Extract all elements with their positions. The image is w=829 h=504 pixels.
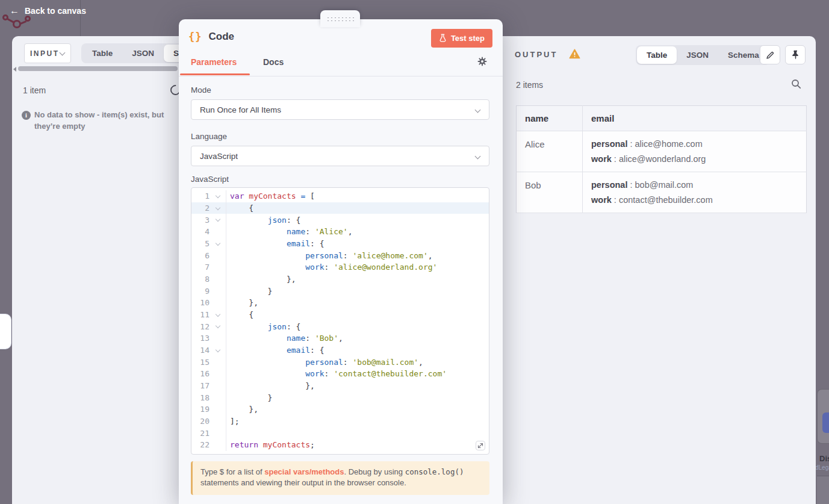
- active-tab-underline: [180, 73, 250, 75]
- email-entry: work : alice@wonderland.org: [591, 154, 798, 164]
- code-text: name: 'Bob',: [226, 334, 343, 343]
- code-text: personal: 'alice@home.com',: [226, 251, 433, 260]
- code-text: },: [226, 275, 296, 284]
- code-line: 22return myContacts;: [191, 439, 489, 451]
- output-panel: OUTPUT TableJSONSchema 2 items: [503, 36, 816, 504]
- language-field-label: Language: [191, 132, 227, 141]
- line-number: 1: [191, 191, 210, 201]
- code-line: 5 email: {: [191, 238, 489, 250]
- code-line: 12 json: {: [191, 320, 489, 332]
- language-select-value: JavaScript: [200, 152, 238, 161]
- gutter-fold-cell: [210, 344, 226, 356]
- sidebar-edge-divider: [80, 0, 81, 36]
- modal-drag-handle[interactable]: [320, 10, 360, 27]
- line-number: 8: [191, 275, 210, 284]
- tabs-divider: [179, 76, 503, 76]
- code-line: 14 email: {: [191, 344, 489, 356]
- tab-docs[interactable]: Docs: [263, 57, 284, 67]
- line-number: 18: [191, 393, 210, 402]
- code-text: email: {: [226, 239, 324, 248]
- mode-select-value: Run Once for All Items: [200, 105, 281, 114]
- tab-json[interactable]: JSON: [122, 45, 164, 62]
- resize-grip-icon[interactable]: [476, 441, 485, 450]
- test-step-label: Test step: [451, 34, 485, 43]
- gutter-fold-cell: [210, 226, 226, 238]
- search-icon[interactable]: [791, 79, 801, 92]
- input-pane-selector[interactable]: INPUT: [24, 43, 71, 63]
- line-number: 4: [191, 227, 210, 236]
- hint-suffix: statements and viewing their output in t…: [200, 478, 406, 487]
- gutter-fold-cell: [210, 214, 226, 226]
- mode-select[interactable]: Run Once for All Items: [191, 99, 489, 120]
- code-line: 7 work: 'alice@wonderland.org': [191, 261, 489, 273]
- mode-field-label: Mode: [191, 86, 211, 95]
- cell-email: personal : alice@home.comwork : alice@wo…: [583, 131, 807, 172]
- code-text: work: 'alice@wonderland.org': [226, 263, 437, 272]
- input-pane-label: INPUT: [30, 49, 60, 58]
- line-number: 21: [191, 429, 210, 438]
- code-line: 20];: [191, 415, 489, 428]
- scroll-left-arrow-icon[interactable]: [13, 67, 16, 72]
- code-text: {: [226, 310, 253, 319]
- code-editor[interactable]: 1var myContacts = [2 {3 json: {4 name: '…: [191, 187, 489, 455]
- fold-chevron-icon[interactable]: [215, 217, 220, 222]
- output-table-header-email: email: [583, 106, 807, 131]
- line-number: 12: [191, 322, 210, 331]
- code-line: 8 },: [191, 273, 489, 285]
- test-step-button[interactable]: Test step: [431, 29, 492, 48]
- special-vars-link[interactable]: special vars/methods: [264, 467, 344, 476]
- code-lines: 1var myContacts = [2 {3 json: {4 name: '…: [191, 190, 489, 451]
- modal-header: {} Code: [188, 31, 234, 43]
- line-number: 16: [191, 369, 210, 378]
- line-number: 2: [191, 204, 210, 213]
- line-number: 3: [191, 216, 210, 225]
- gutter-fold-cell: [210, 332, 226, 344]
- back-to-canvas-button[interactable]: ← Back to canvas: [10, 6, 86, 16]
- input-horizontal-scrollbar[interactable]: [18, 66, 178, 71]
- pin-icon: [792, 50, 800, 60]
- gutter-fold-cell: [210, 427, 226, 439]
- fold-chevron-icon[interactable]: [215, 240, 220, 245]
- flask-icon: [439, 34, 447, 43]
- fold-chevron-icon[interactable]: [215, 205, 220, 210]
- gutter-fold-cell: [210, 297, 226, 309]
- gutter-fold-cell: [210, 391, 226, 403]
- line-number: 9: [191, 287, 210, 296]
- code-text: return myContacts;: [226, 440, 315, 449]
- gutter-fold-cell: [210, 261, 226, 273]
- warning-triangle-icon: [569, 49, 580, 61]
- line-number: 10: [191, 298, 210, 307]
- language-select[interactable]: JavaScript: [191, 146, 489, 166]
- code-line: 6 personal: 'alice@home.com',: [191, 249, 489, 261]
- code-line: 13 name: 'Bob',: [191, 332, 489, 344]
- canvas-node-label: Dis: [819, 454, 829, 463]
- code-text: name: 'Alice',: [226, 227, 353, 236]
- tab-parameters[interactable]: Parameters: [191, 57, 237, 67]
- input-empty-message-text: No data to show - item(s) exist, but the…: [34, 110, 178, 132]
- tab-json[interactable]: JSON: [677, 46, 718, 64]
- gutter-fold-cell: [210, 190, 226, 202]
- pin-data-button[interactable]: [785, 45, 806, 64]
- code-line: 15 personal: 'bob@mail.com',: [191, 356, 489, 368]
- code-text: json: {: [226, 216, 300, 225]
- gear-icon[interactable]: [477, 57, 487, 69]
- line-number: 17: [191, 381, 210, 390]
- code-line: 1var myContacts = [: [191, 190, 489, 202]
- node-title[interactable]: Code: [208, 31, 234, 43]
- edit-output-button[interactable]: [760, 45, 780, 64]
- code-line: 2 {: [191, 202, 489, 214]
- canvas-node-subtitle: dLega: [815, 464, 829, 471]
- panel-collapse-handle[interactable]: [0, 314, 11, 349]
- tab-table[interactable]: Table: [82, 45, 122, 62]
- code-line: 9 }: [191, 285, 489, 297]
- code-text: ];: [226, 417, 240, 426]
- fold-chevron-icon[interactable]: [215, 311, 220, 316]
- fold-chevron-icon[interactable]: [215, 193, 220, 198]
- gutter-fold-cell: [210, 309, 226, 321]
- tab-table[interactable]: Table: [637, 46, 677, 64]
- output-items-count: 2 items: [516, 80, 543, 90]
- fold-chevron-icon[interactable]: [215, 323, 220, 328]
- fold-chevron-icon[interactable]: [215, 347, 220, 352]
- line-number: 15: [191, 358, 210, 367]
- code-editor-label: JavaScript: [191, 175, 229, 184]
